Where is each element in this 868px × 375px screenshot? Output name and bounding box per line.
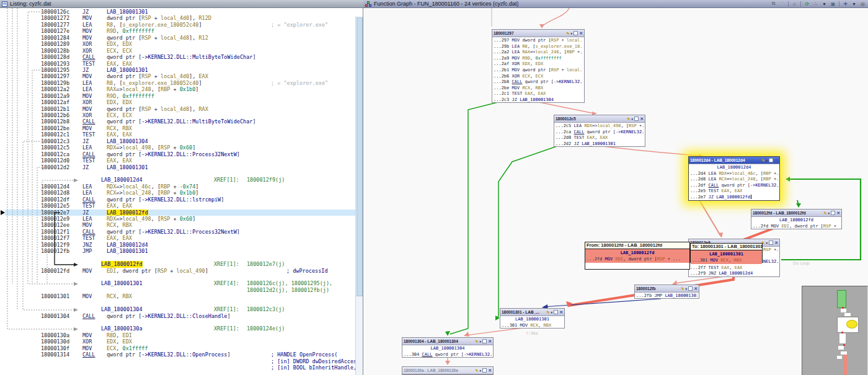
satellite-view[interactable] [802, 286, 868, 375]
node-color-dropdown-icon[interactable]: ▾ [571, 32, 573, 35]
node-color-dropdown-icon[interactable]: ▾ [480, 369, 482, 373]
node-group-icon[interactable]: ✕ [836, 211, 840, 215]
xref-addresses[interactable]: 1800012f9(j) [247, 177, 285, 183]
node-color-icon[interactable]: ✎ [681, 287, 684, 291]
copy-icon[interactable]: ⧉ [770, 1, 777, 7]
xref-addresses[interactable]: 1800012d2(j), 1800012fb(j) [247, 287, 329, 293]
node-instruction[interactable]: ...2a2 LEA RAX=>local_248, [RBP +... [494, 50, 583, 56]
node-color-dropdown-icon[interactable]: ▾ [766, 159, 768, 162]
node-instruction[interactable]: ...29b LEA R8, [s_explorer.exe_18... [494, 44, 583, 50]
node-instruction[interactable]: ...2f7 TEST EAX, EAX [690, 265, 778, 271]
node-maximize-icon[interactable] [574, 31, 578, 35]
node-color-icon[interactable]: ✎ [762, 159, 765, 162]
node-maximize-icon[interactable] [769, 240, 773, 245]
node-maximize-icon[interactable] [769, 158, 773, 162]
layout-icon[interactable]: ∴ [812, 1, 819, 7]
node-maximize-icon[interactable] [554, 310, 558, 314]
node-instruction[interactable]: ...301 MOV RCX, RBX [502, 323, 563, 329]
listing-scrollbar-thumb[interactable] [356, 17, 363, 296]
node-instruction[interactable]: ...2e7 JZ LAB_1800012fd [690, 195, 778, 201]
node-title-bar[interactable]: 1800012fd - LAB_1800012fd✎▾✕ [751, 210, 841, 217]
home-icon[interactable]: ⌂ [791, 1, 798, 7]
node-group-icon[interactable]: ✕ [488, 369, 492, 373]
node-color-icon[interactable]: ✎ [567, 32, 570, 35]
zoom-icon[interactable]: ◎ [859, 1, 866, 7]
node-instruction[interactable]: ...2e5 TEST EAX, EAX [690, 188, 778, 195]
graph-node-180001297[interactable]: 180001297✎▾✕...297 MOV dword ptr [RSP + … [492, 29, 585, 103]
node-instruction[interactable]: ...2a9 MOV R9D, 0xffffffff [494, 56, 583, 62]
node-instruction[interactable]: ...2b6 XOR ECX, ECX [494, 74, 583, 80]
node-color-icon[interactable]: ✎ [476, 369, 479, 373]
node-color-dropdown-icon[interactable]: ▾ [686, 287, 688, 291]
node-title-bar[interactable]: 180001304 - LAB_180001304✎▾✕ [402, 338, 493, 345]
graph-node-1800012fd[interactable]: 1800012fd - LAB_1800012fd✎▾✕LAB_1800012f… [751, 209, 842, 229]
navigation-icon[interactable]: ✛ [842, 1, 849, 7]
node-color-icon[interactable]: ✎ [627, 117, 631, 121]
node-color-dropdown-icon[interactable]: ▾ [551, 311, 553, 314]
node-instruction[interactable]: ...2d4 LEA RDX=>local_46c, [RBP +... [690, 171, 778, 177]
graph-node-1800012d4[interactable]: 1800012d4 - LAB_1800012d4✎▾✕LAB_1800012d… [688, 156, 780, 201]
node-group-icon[interactable]: ✕ [488, 340, 492, 343]
listing-scrollbar[interactable] [355, 16, 363, 375]
xref-addresses[interactable]: 18000124e(j) [247, 325, 285, 332]
node-instruction[interactable]: ...2be MOV RCX, RBX [494, 86, 583, 92]
paste-icon[interactable]: ⧉ [779, 1, 786, 7]
node-title-bar[interactable]: 1800012c5✎▾✕ [554, 115, 645, 123]
node-title-bar[interactable]: 1800012fb✎▾✕ [635, 285, 699, 293]
node-instruction[interactable]: ...2b1 MOV qword ptr [RSP + local... [494, 68, 583, 74]
node-instruction[interactable]: ...2f9 JNZ LAB_1800012d4 [690, 271, 778, 277]
listing-panel[interactable]: 18000126cJZLAB_180001301180001272MOVdwor… [0, 8, 363, 375]
node-title-bar[interactable]: 180001301 - LAB_...✎▾✕ [500, 309, 564, 316]
graph-node-18000130a[interactable]: 18000130a - LAB_18000130a✎▾✕ [402, 366, 494, 375]
node-group-icon[interactable]: ✕ [774, 159, 778, 162]
node-color-dropdown-icon[interactable]: ▾ [828, 211, 830, 215]
function-graph-title-bar[interactable]: Function Graph - FUN_180001160 - 24 vert… [363, 0, 868, 8]
node-group-icon[interactable]: ✕ [640, 117, 644, 121]
node-maximize-icon[interactable] [482, 368, 487, 373]
nav-caret-icon[interactable]: ▾ [851, 1, 857, 7]
node-maximize-icon[interactable] [482, 339, 487, 343]
function-graph-panel[interactable]: Do Loop f / 8ks 180001297✎▾✕...297 MOV d… [363, 8, 868, 375]
listing-title-bar[interactable]: Listing: cyzfc.dat [0, 0, 363, 8]
node-instruction[interactable]: ...2c3 JZ LAB_180001304 [494, 97, 583, 103]
node-maximize-icon[interactable] [688, 286, 693, 291]
xref-addresses[interactable]: 18000126c(j), 180001295(j), [247, 280, 332, 286]
node-instruction[interactable]: ...2c1 TEST EAX, EAX [494, 91, 583, 97]
node-instruction[interactable]: ...2d2 JZ LAB_180001301 [556, 141, 644, 147]
node-maximize-icon[interactable] [634, 117, 639, 121]
graph-node-1800012c5[interactable]: 1800012c5✎▾✕...2c5 LEA RDX=>local_498, [… [554, 115, 645, 147]
node-instruction[interactable]: ...2fb JMP LAB_180001301 [636, 293, 698, 299]
graph-node-180001304[interactable]: 180001304 - LAB_180001304✎▾✕LAB_18000130… [402, 337, 494, 358]
node-color-dropdown-icon[interactable]: ▾ [766, 241, 768, 245]
node-group-icon[interactable]: ✕ [559, 311, 563, 314]
node-color-icon[interactable]: ✎ [547, 311, 550, 314]
node-instruction[interactable]: ...297 MOV dword ptr [RSP + local... [494, 38, 583, 44]
node-instruction[interactable]: ...2fd MOV EDI, dword ptr [RSP + ... [753, 224, 840, 229]
node-title-bar[interactable]: 18000130a - LAB_18000130a✎▾✕ [402, 367, 493, 374]
node-group-icon[interactable]: ✕ [774, 241, 778, 245]
xref-addresses[interactable]: 1800012c3(j) [247, 306, 285, 312]
node-instruction[interactable]: ...2d8 LEA RCX=>local_248, [RBP +... [690, 177, 778, 183]
node-color-icon[interactable]: ✎ [476, 340, 479, 343]
node-group-icon[interactable]: ✕ [694, 287, 698, 291]
node-instruction[interactable]: ...2b8 CALL qword ptr [->KERNEL32... [494, 79, 583, 86]
relayout-icon[interactable]: ⟳ [804, 1, 810, 7]
node-color-dropdown-icon[interactable]: ▾ [632, 117, 634, 121]
snapshot-icon[interactable]: ▣ [830, 1, 836, 7]
node-instruction[interactable]: ...304 CALL qword ptr [->KERNEL32... [404, 352, 492, 358]
node-title-bar[interactable]: 1800012d4 - LAB_1800012d4✎▾✕ [689, 157, 779, 164]
node-instruction[interactable]: ...2df CALL qword ptr [->KERNEL32... [690, 183, 778, 189]
node-instruction[interactable]: ...2c5 LEA RDX=>local_498, [RSP +... [556, 123, 644, 130]
node-title-bar[interactable]: 180001297✎▾✕ [492, 30, 584, 37]
layout-caret-icon[interactable]: ▾ [821, 1, 828, 7]
node-maximize-icon[interactable] [831, 211, 835, 215]
node-color-icon[interactable]: ✎ [824, 211, 827, 215]
graph-node-180001301[interactable]: 180001301 - LAB_...✎▾✕LAB_180001301...30… [500, 308, 565, 329]
graph-node-1800012fb[interactable]: 1800012fb✎▾✕...2fb JMP LAB_180001301 [634, 285, 699, 299]
node-color-dropdown-icon[interactable]: ▾ [480, 340, 482, 343]
xref-addresses[interactable]: 1800012e7(j) [247, 261, 285, 267]
node-instruction[interactable]: ...2af XOR EDX, EDX [494, 61, 583, 68]
node-instruction[interactable]: ...2d0 TEST EAX, EAX [556, 135, 644, 141]
node-group-icon[interactable]: ✕ [579, 32, 583, 35]
node-instruction[interactable]: ...2ca CALL qword ptr [->KERNEL32... [556, 130, 644, 136]
